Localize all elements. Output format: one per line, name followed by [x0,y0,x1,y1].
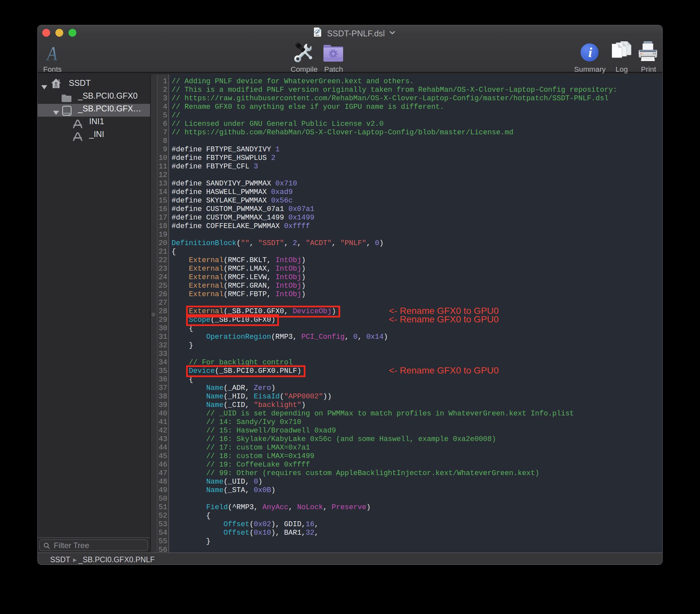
svg-text:i: i [588,45,592,60]
svg-text:DSL: DSL [316,34,320,36]
svg-text:A: A [46,45,57,64]
